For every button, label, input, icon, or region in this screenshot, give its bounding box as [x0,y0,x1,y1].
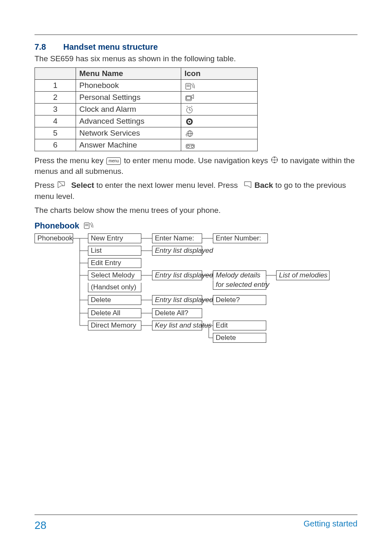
tree-leaf-melody-details-a: Melody details [213,270,266,280]
globe-icon [185,129,194,138]
tree-title-text: Phonebook [35,221,79,230]
tree-title: Phonebook [35,221,357,231]
softkey-right-icon [241,180,251,191]
tree-node-dm-delete: Delete [213,333,266,343]
tree-node-new-entry: New Entry [88,233,141,243]
row-index: 5 [35,127,76,139]
menu-instruction-2: Press Select to enter the next lower men… [35,180,357,201]
tree-leaf-list-of-melodies: List of melodies [276,270,330,280]
phonebook-icon [185,81,195,90]
tree-leaf-delete-entrylist: Entry list displayed [152,295,202,305]
tree-leaf-list-displayed: Entry list displayed [152,246,202,256]
row-name: Answer Machine [76,139,181,151]
row-index: 1 [35,79,76,91]
row-index: 2 [35,91,76,103]
row-index: 3 [35,103,76,115]
tree-node-edit-entry: Edit Entry [88,258,141,268]
p1-mid: to enter menu mode. Use navigation keys [122,156,270,165]
tree-node-delete-all: Delete All [88,308,141,318]
page-footer: 28 Getting started [35,515,357,532]
intro-text: The SE659 has six menus as shown in the … [35,53,357,64]
tree-node-select-melody: Select Melody [88,270,141,280]
p2-prefix: Press [35,181,57,189]
row-name: Advanced Settings [76,115,181,127]
row-name: Phonebook [76,79,181,91]
gear-icon [185,117,194,126]
svg-line-8 [187,106,188,107]
row-icon-cell [181,127,258,139]
section-number: 7.8 [35,42,63,52]
select-label: Select [71,181,94,189]
svg-line-26 [59,182,63,186]
svg-point-12 [189,121,190,122]
p2-mid: to enter the next lower menu level. Pres… [94,181,240,189]
tree-leaf-melody-entrylist: Entry list displayed [152,270,202,280]
row-name: Personal Settings [76,91,181,103]
row-icon-cell [181,115,258,127]
row-name: Network Services [76,127,181,139]
svg-rect-16 [186,144,194,148]
header-name: Menu Name [76,67,181,79]
menu-key-icon: menu [106,157,121,165]
svg-rect-4 [187,97,191,99]
header-blank [35,67,76,79]
table-row: 3 Clock and Alarm [35,103,258,115]
back-label: Back [254,181,273,189]
table-row: 2 Personal Settings [35,91,258,103]
personal-settings-icon [185,93,194,102]
tree-node-enter-name: Enter Name: [152,233,202,243]
top-divider [35,35,357,35]
row-icon-cell [181,79,258,91]
row-index: 6 [35,139,76,151]
charts-intro: The charts below show the menu trees of … [35,205,357,216]
tree-node-direct-memory: Direct Memory [88,321,141,330]
section-title: Handset menu structure [63,42,158,51]
row-name: Clock and Alarm [76,103,181,115]
menu-instruction-1: Press the menu key menu to enter menu mo… [35,155,357,177]
document-page: 7.8Handset menu structure The SE659 has … [0,0,392,554]
tree-node-enter-number: Enter Number: [213,233,268,243]
page-number: 28 [35,519,46,532]
tree-leaf-keylist: Key list and status [152,321,202,330]
header-icon: Icon [181,67,258,79]
menu-table: Menu Name Icon 1 Phonebook 2 Personal Se… [35,67,258,151]
menu-tree: Phonebook New Entry Enter Name: Enter Nu… [35,233,357,353]
footer-section-label: Getting started [304,519,357,532]
svg-point-21 [274,159,275,161]
row-icon-cell [181,91,258,103]
tree-node-list: List [88,246,141,256]
table-row: 4 Advanced Settings [35,115,258,127]
table-row: 6 Answer Machine [35,139,258,151]
section-heading: 7.8Handset menu structure [35,42,357,52]
tree-node-dm-edit: Edit [213,321,266,330]
answer-machine-icon [185,141,195,150]
row-icon-cell [181,103,258,115]
row-index: 4 [35,115,76,127]
table-header-row: Menu Name Icon [35,67,258,79]
phonebook-icon [84,222,94,231]
table-row: 1 Phonebook [35,79,258,91]
tree-node-handset-only: (Handset only) [88,283,141,292]
clock-icon [185,105,194,114]
table-row: 5 Network Services [35,127,258,139]
p1-prefix: Press the menu key [35,156,106,165]
tree-node-delete-confirm: Delete? [213,295,266,305]
tree-root: Phonebook [35,233,73,243]
softkey-left-icon [58,180,68,191]
row-icon-cell [181,139,258,151]
tree-leaf-melody-details-b: for selected entry [213,280,266,290]
nav-wheel-icon [271,156,278,166]
tree-node-delete-all-confirm: Delete All? [152,308,202,318]
svg-line-9 [191,106,192,107]
tree-node-delete: Delete [88,295,141,305]
